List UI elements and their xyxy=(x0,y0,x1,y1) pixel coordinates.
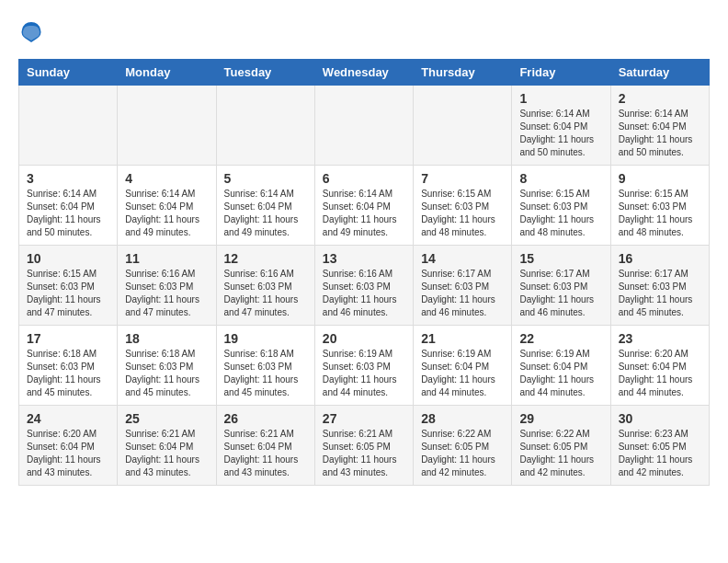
calendar-week-1: 1Sunrise: 6:14 AM Sunset: 6:04 PM Daylig… xyxy=(19,86,710,166)
day-number: 23 xyxy=(619,331,701,346)
logo-icon xyxy=(18,18,44,44)
calendar-cell: 25Sunrise: 6:21 AM Sunset: 6:04 PM Dayli… xyxy=(118,406,216,486)
calendar-cell: 23Sunrise: 6:20 AM Sunset: 6:04 PM Dayli… xyxy=(610,326,709,406)
day-info: Sunrise: 6:18 AM Sunset: 6:03 PM Dayligh… xyxy=(27,348,109,399)
day-info: Sunrise: 6:16 AM Sunset: 6:03 PM Dayligh… xyxy=(323,268,405,319)
day-info: Sunrise: 6:14 AM Sunset: 6:04 PM Dayligh… xyxy=(224,188,307,239)
day-number: 29 xyxy=(519,411,602,426)
day-number: 19 xyxy=(224,331,307,346)
weekday-header-monday: Monday xyxy=(118,60,216,86)
day-number: 5 xyxy=(224,171,307,186)
day-number: 15 xyxy=(519,251,602,266)
day-info: Sunrise: 6:15 AM Sunset: 6:03 PM Dayligh… xyxy=(619,188,701,239)
calendar-cell xyxy=(19,86,118,166)
weekday-header-saturday: Saturday xyxy=(610,60,709,86)
weekday-header-friday: Friday xyxy=(512,60,610,86)
day-number: 3 xyxy=(27,171,109,186)
day-number: 6 xyxy=(323,171,405,186)
day-info: Sunrise: 6:20 AM Sunset: 6:04 PM Dayligh… xyxy=(619,348,701,399)
day-info: Sunrise: 6:19 AM Sunset: 6:04 PM Dayligh… xyxy=(421,348,504,399)
header xyxy=(18,18,710,44)
day-info: Sunrise: 6:21 AM Sunset: 6:04 PM Dayligh… xyxy=(125,428,208,479)
day-number: 21 xyxy=(421,331,504,346)
logo xyxy=(18,18,48,44)
calendar-cell: 22Sunrise: 6:19 AM Sunset: 6:04 PM Dayli… xyxy=(512,326,610,406)
day-info: Sunrise: 6:14 AM Sunset: 6:04 PM Dayligh… xyxy=(27,188,109,239)
day-info: Sunrise: 6:14 AM Sunset: 6:04 PM Dayligh… xyxy=(125,188,208,239)
calendar-cell: 3Sunrise: 6:14 AM Sunset: 6:04 PM Daylig… xyxy=(19,166,118,246)
day-info: Sunrise: 6:17 AM Sunset: 6:03 PM Dayligh… xyxy=(619,268,701,319)
calendar-cell: 8Sunrise: 6:15 AM Sunset: 6:03 PM Daylig… xyxy=(512,166,610,246)
calendar-cell xyxy=(414,86,512,166)
day-number: 20 xyxy=(323,331,405,346)
weekday-header-row: SundayMondayTuesdayWednesdayThursdayFrid… xyxy=(19,60,710,86)
day-info: Sunrise: 6:23 AM Sunset: 6:05 PM Dayligh… xyxy=(619,428,701,479)
day-info: Sunrise: 6:15 AM Sunset: 6:03 PM Dayligh… xyxy=(519,188,602,239)
day-number: 25 xyxy=(125,411,208,426)
day-number: 13 xyxy=(323,251,405,266)
day-number: 9 xyxy=(619,171,701,186)
calendar-cell: 13Sunrise: 6:16 AM Sunset: 6:03 PM Dayli… xyxy=(314,246,413,326)
day-number: 8 xyxy=(519,171,602,186)
calendar-week-5: 24Sunrise: 6:20 AM Sunset: 6:04 PM Dayli… xyxy=(19,406,710,486)
day-info: Sunrise: 6:19 AM Sunset: 6:03 PM Dayligh… xyxy=(323,348,405,399)
day-number: 28 xyxy=(421,411,504,426)
calendar-cell: 6Sunrise: 6:14 AM Sunset: 6:04 PM Daylig… xyxy=(314,166,413,246)
calendar-cell: 21Sunrise: 6:19 AM Sunset: 6:04 PM Dayli… xyxy=(414,326,512,406)
day-info: Sunrise: 6:17 AM Sunset: 6:03 PM Dayligh… xyxy=(421,268,504,319)
calendar-cell: 29Sunrise: 6:22 AM Sunset: 6:05 PM Dayli… xyxy=(512,406,610,486)
day-number: 26 xyxy=(224,411,307,426)
calendar-cell: 2Sunrise: 6:14 AM Sunset: 6:04 PM Daylig… xyxy=(610,86,709,166)
calendar-cell: 12Sunrise: 6:16 AM Sunset: 6:03 PM Dayli… xyxy=(216,246,314,326)
day-info: Sunrise: 6:16 AM Sunset: 6:03 PM Dayligh… xyxy=(224,268,307,319)
calendar-cell: 4Sunrise: 6:14 AM Sunset: 6:04 PM Daylig… xyxy=(118,166,216,246)
day-number: 10 xyxy=(27,251,109,266)
weekday-header-wednesday: Wednesday xyxy=(314,60,413,86)
calendar-cell: 11Sunrise: 6:16 AM Sunset: 6:03 PM Dayli… xyxy=(118,246,216,326)
calendar-table: SundayMondayTuesdayWednesdayThursdayFrid… xyxy=(18,59,710,486)
day-info: Sunrise: 6:15 AM Sunset: 6:03 PM Dayligh… xyxy=(27,268,109,319)
day-number: 30 xyxy=(619,411,701,426)
day-number: 18 xyxy=(125,331,208,346)
weekday-header-sunday: Sunday xyxy=(19,60,118,86)
day-info: Sunrise: 6:18 AM Sunset: 6:03 PM Dayligh… xyxy=(224,348,307,399)
calendar-cell: 19Sunrise: 6:18 AM Sunset: 6:03 PM Dayli… xyxy=(216,326,314,406)
calendar-cell: 18Sunrise: 6:18 AM Sunset: 6:03 PM Dayli… xyxy=(118,326,216,406)
calendar-cell: 24Sunrise: 6:20 AM Sunset: 6:04 PM Dayli… xyxy=(19,406,118,486)
calendar-cell: 27Sunrise: 6:21 AM Sunset: 6:05 PM Dayli… xyxy=(314,406,413,486)
calendar-cell: 14Sunrise: 6:17 AM Sunset: 6:03 PM Dayli… xyxy=(414,246,512,326)
calendar-cell: 16Sunrise: 6:17 AM Sunset: 6:03 PM Dayli… xyxy=(610,246,709,326)
day-info: Sunrise: 6:19 AM Sunset: 6:04 PM Dayligh… xyxy=(519,348,602,399)
weekday-header-thursday: Thursday xyxy=(414,60,512,86)
calendar-cell: 20Sunrise: 6:19 AM Sunset: 6:03 PM Dayli… xyxy=(314,326,413,406)
calendar-week-3: 10Sunrise: 6:15 AM Sunset: 6:03 PM Dayli… xyxy=(19,246,710,326)
day-info: Sunrise: 6:22 AM Sunset: 6:05 PM Dayligh… xyxy=(421,428,504,479)
day-number: 4 xyxy=(125,171,208,186)
day-number: 22 xyxy=(519,331,602,346)
calendar-cell: 1Sunrise: 6:14 AM Sunset: 6:04 PM Daylig… xyxy=(512,86,610,166)
calendar-week-2: 3Sunrise: 6:14 AM Sunset: 6:04 PM Daylig… xyxy=(19,166,710,246)
day-number: 2 xyxy=(619,91,701,106)
calendar-cell: 28Sunrise: 6:22 AM Sunset: 6:05 PM Dayli… xyxy=(414,406,512,486)
calendar-week-4: 17Sunrise: 6:18 AM Sunset: 6:03 PM Dayli… xyxy=(19,326,710,406)
day-number: 12 xyxy=(224,251,307,266)
calendar-cell: 15Sunrise: 6:17 AM Sunset: 6:03 PM Dayli… xyxy=(512,246,610,326)
day-info: Sunrise: 6:14 AM Sunset: 6:04 PM Dayligh… xyxy=(519,108,602,159)
day-number: 14 xyxy=(421,251,504,266)
day-info: Sunrise: 6:21 AM Sunset: 6:04 PM Dayligh… xyxy=(224,428,307,479)
weekday-header-tuesday: Tuesday xyxy=(216,60,314,86)
day-info: Sunrise: 6:20 AM Sunset: 6:04 PM Dayligh… xyxy=(27,428,109,479)
day-info: Sunrise: 6:15 AM Sunset: 6:03 PM Dayligh… xyxy=(421,188,504,239)
day-info: Sunrise: 6:17 AM Sunset: 6:03 PM Dayligh… xyxy=(519,268,602,319)
day-number: 7 xyxy=(421,171,504,186)
day-number: 24 xyxy=(27,411,109,426)
day-number: 27 xyxy=(323,411,405,426)
calendar-cell: 10Sunrise: 6:15 AM Sunset: 6:03 PM Dayli… xyxy=(19,246,118,326)
calendar-cell: 5Sunrise: 6:14 AM Sunset: 6:04 PM Daylig… xyxy=(216,166,314,246)
calendar-cell: 26Sunrise: 6:21 AM Sunset: 6:04 PM Dayli… xyxy=(216,406,314,486)
day-number: 17 xyxy=(27,331,109,346)
calendar-cell xyxy=(314,86,413,166)
calendar-cell: 7Sunrise: 6:15 AM Sunset: 6:03 PM Daylig… xyxy=(414,166,512,246)
day-info: Sunrise: 6:22 AM Sunset: 6:05 PM Dayligh… xyxy=(519,428,602,479)
calendar-cell: 30Sunrise: 6:23 AM Sunset: 6:05 PM Dayli… xyxy=(610,406,709,486)
